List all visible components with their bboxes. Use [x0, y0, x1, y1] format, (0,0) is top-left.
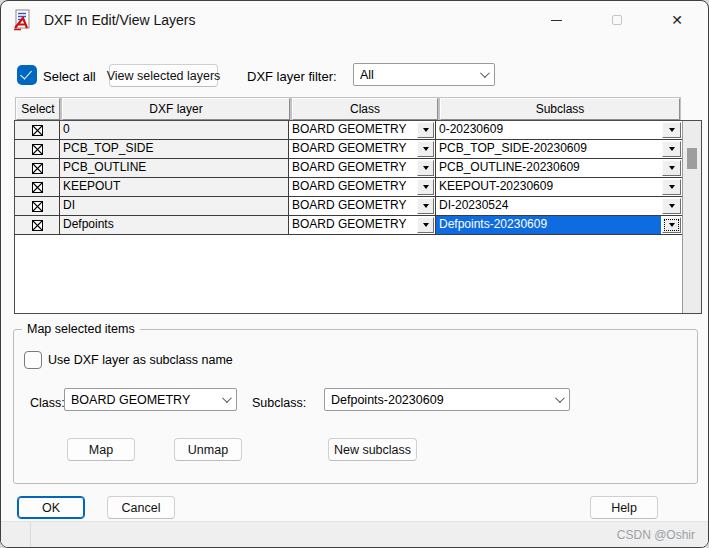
- dropdown-arrow-icon: [669, 204, 675, 208]
- row-class-cell[interactable]: BOARD GEOMETRY: [289, 140, 436, 158]
- subclass-label: Subclass:: [252, 396, 306, 410]
- dropdown-arrow-icon: [423, 128, 429, 132]
- class-dropdown-button[interactable]: [417, 141, 434, 157]
- subclass-dropdown-button[interactable]: [662, 217, 681, 233]
- watermark-text: CSDN @Oshir: [617, 528, 695, 542]
- row-select-cell[interactable]: [15, 121, 60, 139]
- row-subclass-cell[interactable]: 0-20230609: [436, 121, 682, 139]
- row-subclass-value: Defpoints-20230609: [436, 216, 661, 234]
- dxf-layer-filter-select[interactable]: All: [353, 63, 495, 86]
- subclass-dropdown-button[interactable]: [662, 179, 681, 195]
- row-subclass-value: KEEPOUT-20230609: [436, 178, 661, 196]
- row-subclass-value: DI-20230524: [436, 197, 661, 215]
- row-dxf-layer-cell[interactable]: DI: [60, 197, 289, 215]
- dxf-layer-filter-label: DXF layer filter:: [247, 69, 337, 84]
- class-dropdown-button[interactable]: [417, 179, 434, 195]
- dropdown-arrow-icon: [423, 223, 429, 227]
- dropdown-arrow-icon: [423, 147, 429, 151]
- dropdown-arrow-icon: [423, 166, 429, 170]
- header-class[interactable]: Class: [292, 98, 438, 120]
- select-all-checkbox[interactable]: [17, 65, 37, 85]
- table-row: PCB_TOP_SIDE BOARD GEOMETRY PCB_TOP_SIDE…: [15, 140, 682, 159]
- row-dxf-layer-cell[interactable]: Defpoints: [60, 216, 289, 234]
- row-subclass-cell[interactable]: PCB_TOP_SIDE-20230609: [436, 140, 682, 158]
- unmap-button[interactable]: Unmap: [174, 438, 242, 461]
- table-row: 0 BOARD GEOMETRY 0-20230609: [15, 121, 682, 140]
- use-dxf-layer-label: Use DXF layer as subclass name: [48, 353, 233, 367]
- minimize-icon: [551, 20, 562, 21]
- row-class-cell[interactable]: BOARD GEOMETRY: [289, 159, 436, 177]
- row-dxf-layer-cell[interactable]: PCB_TOP_SIDE: [60, 140, 289, 158]
- header-select[interactable]: Select: [16, 98, 60, 120]
- view-selected-layers-button[interactable]: View selected layers: [109, 64, 218, 87]
- dialog-window: DXF In Edit/View Layers ✕ Select all Vie…: [0, 0, 709, 548]
- select-all-label: Select all: [43, 69, 96, 84]
- class-dropdown-button[interactable]: [417, 160, 434, 176]
- table-row: DI BOARD GEOMETRY DI-20230524: [15, 197, 682, 216]
- row-dxf-layer-cell[interactable]: KEEPOUT: [60, 178, 289, 196]
- row-dxf-layer-cell[interactable]: PCB_OUTLINE: [60, 159, 289, 177]
- minimize-button[interactable]: [533, 1, 579, 39]
- subclass-select-value: Defpoints-20230609: [331, 393, 444, 407]
- row-select-cell[interactable]: [15, 159, 60, 177]
- row-subclass-cell[interactable]: DI-20230524: [436, 197, 682, 215]
- dropdown-arrow-icon: [669, 128, 675, 132]
- row-subclass-cell[interactable]: KEEPOUT-20230609: [436, 178, 682, 196]
- header-subclass[interactable]: Subclass: [440, 98, 680, 120]
- class-dropdown-button[interactable]: [417, 198, 434, 214]
- maximize-icon: [612, 15, 622, 25]
- row-select-cell[interactable]: [15, 140, 60, 158]
- class-select[interactable]: BOARD GEOMETRY: [64, 388, 237, 411]
- checked-box-icon: [32, 220, 43, 231]
- row-select-cell[interactable]: [15, 197, 60, 215]
- row-class-cell[interactable]: BOARD GEOMETRY: [289, 216, 436, 234]
- scrollbar-thumb[interactable]: [687, 148, 697, 169]
- row-class-cell[interactable]: BOARD GEOMETRY: [289, 178, 436, 196]
- close-button[interactable]: ✕: [654, 1, 700, 39]
- table-row: KEEPOUT BOARD GEOMETRY KEEPOUT-20230609: [15, 178, 682, 197]
- class-dropdown-button[interactable]: [417, 122, 434, 138]
- row-class-value: BOARD GEOMETRY: [289, 140, 416, 158]
- row-select-cell[interactable]: [15, 178, 60, 196]
- dropdown-arrow-icon: [669, 185, 675, 189]
- dropdown-arrow-icon: [669, 223, 675, 227]
- subclass-dropdown-button[interactable]: [662, 198, 681, 214]
- row-class-value: BOARD GEOMETRY: [289, 197, 416, 215]
- header-dxf-layer[interactable]: DXF layer: [62, 98, 290, 120]
- class-dropdown-button[interactable]: [417, 217, 434, 233]
- subclass-dropdown-button[interactable]: [662, 122, 681, 138]
- map-button[interactable]: Map: [67, 438, 135, 461]
- chevron-down-icon: [555, 393, 565, 403]
- vertical-scrollbar[interactable]: [682, 121, 701, 313]
- map-selected-items-group: Map selected items Use DXF layer as subc…: [13, 329, 698, 484]
- row-subclass-value: 0-20230609: [436, 121, 661, 139]
- row-subclass-value: PCB_OUTLINE-20230609: [436, 159, 661, 177]
- subclass-dropdown-button[interactable]: [662, 160, 681, 176]
- layer-table-rows: 0 BOARD GEOMETRY 0-20230609 PCB_TOP_SIDE…: [15, 121, 682, 235]
- dropdown-arrow-icon: [669, 147, 675, 151]
- cancel-button[interactable]: Cancel: [107, 496, 175, 519]
- row-subclass-cell[interactable]: PCB_OUTLINE-20230609: [436, 159, 682, 177]
- row-class-cell[interactable]: BOARD GEOMETRY: [289, 197, 436, 215]
- maximize-button: [594, 1, 640, 39]
- dropdown-arrow-icon: [423, 185, 429, 189]
- row-subclass-cell[interactable]: Defpoints-20230609: [436, 216, 682, 234]
- checked-box-icon: [32, 201, 43, 212]
- dxf-document-icon: [13, 9, 35, 31]
- checked-box-icon: [32, 144, 43, 155]
- row-class-cell[interactable]: BOARD GEOMETRY: [289, 121, 436, 139]
- subclass-dropdown-button[interactable]: [662, 141, 681, 157]
- class-select-value: BOARD GEOMETRY: [71, 393, 190, 407]
- dxf-layer-filter-value: All: [360, 68, 374, 82]
- row-class-value: BOARD GEOMETRY: [289, 159, 416, 177]
- new-subclass-button[interactable]: New subclass: [328, 438, 417, 461]
- row-select-cell[interactable]: [15, 216, 60, 234]
- subclass-select[interactable]: Defpoints-20230609: [324, 388, 570, 411]
- row-dxf-layer-cell[interactable]: 0: [60, 121, 289, 139]
- dropdown-arrow-icon: [669, 166, 675, 170]
- help-button[interactable]: Help: [590, 496, 658, 519]
- use-dxf-layer-checkbox[interactable]: [24, 351, 42, 369]
- row-class-value: BOARD GEOMETRY: [289, 178, 416, 196]
- ok-button[interactable]: OK: [17, 496, 85, 519]
- checked-box-icon: [32, 125, 43, 136]
